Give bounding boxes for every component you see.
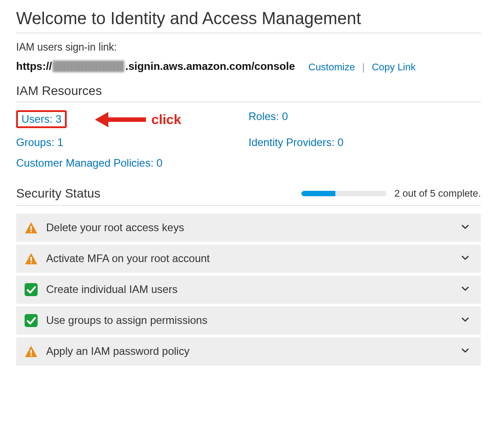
chevron-down-icon <box>460 253 470 264</box>
status-item-password-policy[interactable]: Apply an IAM password policy <box>16 337 481 366</box>
svg-rect-3 <box>30 262 32 263</box>
resources-heading: IAM Resources <box>16 84 481 102</box>
svg-rect-6 <box>30 349 32 353</box>
progress-fill <box>301 191 335 196</box>
warning-icon <box>24 252 38 266</box>
groups-link[interactable]: Groups: 1 <box>16 136 63 148</box>
identity-providers-link[interactable]: Identity Providers: 0 <box>248 136 343 148</box>
warning-icon <box>24 345 38 358</box>
policies-link[interactable]: Customer Managed Policies: 0 <box>16 157 163 169</box>
security-header: Security Status 2 out of 5 complete. <box>16 186 481 206</box>
copy-link[interactable]: Copy Link <box>372 61 416 73</box>
roles-link[interactable]: Roles: 0 <box>248 110 288 122</box>
signin-url-prefix: https:// <box>16 59 52 74</box>
customize-link[interactable]: Customize <box>308 61 355 73</box>
signin-row: https://.signin.aws.amazon.com/console C… <box>16 59 481 74</box>
svg-rect-5 <box>25 314 38 327</box>
svg-rect-4 <box>25 283 38 296</box>
check-icon <box>24 283 38 297</box>
users-cell: Users: 3 click <box>16 110 248 128</box>
status-item-iam-users[interactable]: Create individual IAM users <box>16 276 481 304</box>
svg-rect-7 <box>30 354 32 356</box>
check-icon <box>24 314 38 327</box>
security-heading: Security Status <box>16 186 100 201</box>
status-label: Create individual IAM users <box>46 283 452 296</box>
signin-url: https://.signin.aws.amazon.com/console <box>16 59 295 74</box>
click-annotation: click <box>93 110 181 129</box>
status-label: Activate MFA on your root account <box>46 252 452 265</box>
progress-wrap: 2 out of 5 complete. <box>301 188 481 199</box>
status-item-root-keys[interactable]: Delete your root access keys <box>16 214 481 242</box>
status-label: Delete your root access keys <box>46 221 452 234</box>
svg-rect-0 <box>30 226 32 230</box>
status-item-groups[interactable]: Use groups to assign permissions <box>16 306 481 335</box>
divider: | <box>362 61 365 73</box>
signin-actions: Customize | Copy Link <box>308 59 416 73</box>
progress-bar <box>301 191 386 196</box>
chevron-down-icon <box>460 314 470 326</box>
users-link[interactable]: Users: 3 <box>16 110 67 128</box>
resources-grid: Users: 3 click Roles: 0 Groups: 1 Identi… <box>16 108 481 171</box>
chevron-down-icon <box>460 345 470 357</box>
signin-url-suffix: .signin.aws.amazon.com/console <box>125 59 295 74</box>
svg-rect-1 <box>30 231 32 232</box>
chevron-down-icon <box>460 222 470 233</box>
status-label: Use groups to assign permissions <box>46 314 452 327</box>
status-list: Delete your root access keys Activate MF… <box>16 214 481 366</box>
warning-icon <box>24 221 38 235</box>
svg-rect-2 <box>30 257 32 261</box>
status-item-mfa[interactable]: Activate MFA on your root account <box>16 245 481 273</box>
signin-link-label: IAM users sign-in link: <box>16 41 481 53</box>
chevron-down-icon <box>460 284 470 295</box>
arrow-icon <box>93 110 147 129</box>
status-label: Apply an IAM password policy <box>46 345 452 358</box>
progress-text: 2 out of 5 complete. <box>394 188 481 199</box>
page-title: Welcome to Identity and Access Managemen… <box>16 9 481 33</box>
click-label: click <box>151 112 181 127</box>
redacted-account-id <box>53 60 124 72</box>
